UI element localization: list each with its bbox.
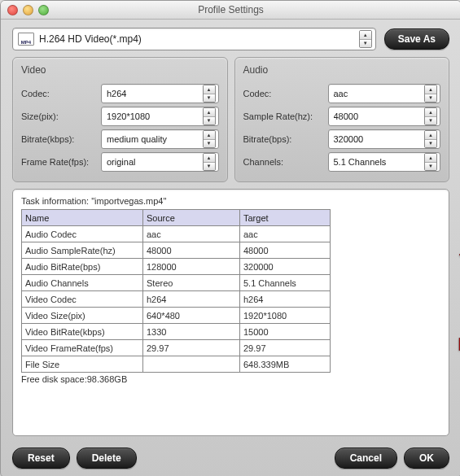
video-framerate-select[interactable]: original▲▼ (101, 152, 219, 172)
stepper-icon[interactable]: ▲▼ (203, 130, 216, 148)
footer-buttons: Reset Delete Cancel OK (1, 443, 460, 476)
free-disk-space: Free disk space:98.368GB (21, 374, 440, 384)
table-cell: 48000 (240, 242, 331, 259)
table-cell: aac (143, 226, 240, 242)
minimize-icon[interactable] (23, 5, 33, 15)
stepper-icon[interactable]: ▲▼ (424, 85, 437, 103)
task-info-header: Task information: "importvegas.mp4" (21, 196, 440, 206)
delete-button[interactable]: Delete (77, 448, 137, 469)
table-cell: Audio BitRate(bps) (22, 259, 143, 275)
traffic-lights (7, 5, 49, 15)
audio-codec-select[interactable]: aac▲▼ (328, 84, 441, 103)
table-cell: Stereo (143, 275, 240, 291)
ok-button[interactable]: OK (404, 448, 449, 469)
stepper-icon[interactable]: ▲▼ (424, 153, 437, 171)
table-row: Video FrameRate(fps)29.9729.97 (22, 340, 331, 356)
audio-codec-label: Codec: (243, 89, 323, 98)
table-cell: 29.97 (143, 340, 240, 356)
audio-channels-select[interactable]: 5.1 Channels▲▼ (328, 152, 441, 172)
table-cell: Video FrameRate(fps) (22, 340, 143, 356)
video-pane: Video Codec: h264▲▼ Size(pix): 1920*1080… (12, 57, 228, 182)
video-size-label: Size(pix): (21, 111, 96, 121)
video-codec-select[interactable]: h264▲▼ (101, 84, 219, 103)
stepper-icon[interactable]: ▲▼ (203, 107, 216, 125)
table-cell: Audio Codec (22, 226, 143, 242)
task-info-panel: Task information: "importvegas.mp4" Name… (12, 189, 449, 436)
audio-pane: Audio Codec: aac▲▼ Sample Rate(hz): 4800… (234, 57, 450, 182)
video-codec-label: Codec: (21, 89, 96, 98)
stepper-icon[interactable]: ▲▼ (424, 130, 437, 148)
profile-row: MP4 H.264 HD Video(*.mp4) ▲▼ Save As (12, 28, 449, 50)
audio-channels-label: Channels: (243, 157, 323, 167)
prev-arrow-button[interactable] (457, 247, 460, 263)
settings-panes: Video Codec: h264▲▼ Size(pix): 1920*1080… (12, 57, 449, 182)
table-row: Video Size(pix)640*4801920*1080 (22, 308, 331, 324)
table-cell: 648.339MB (240, 356, 331, 373)
table-cell: aac (240, 226, 331, 242)
table-cell: 15000 (240, 324, 331, 340)
table-cell: Video BitRate(kbps) (22, 324, 143, 340)
table-row: Video BitRate(kbps)133015000 (22, 324, 331, 340)
table-row: File Size648.339MB (22, 356, 331, 373)
table-cell: Video Codec (22, 291, 143, 308)
col-target: Target (240, 210, 331, 226)
table-cell: 5.1 Channels (240, 275, 331, 291)
table-cell: Audio SampleRate(hz) (22, 242, 143, 259)
col-name: Name (22, 210, 143, 226)
audio-samplerate-label: Sample Rate(hz): (243, 111, 323, 121)
table-cell: File Size (22, 356, 143, 373)
video-framerate-label: Frame Rate(fps): (21, 157, 96, 167)
table-cell: 128000 (143, 259, 240, 275)
table-cell: Audio Channels (22, 275, 143, 291)
window-title: Profile Settings (1, 4, 460, 15)
cancel-button[interactable]: Cancel (335, 448, 397, 469)
profile-settings-window: Profile Settings MP4 H.264 HD Video(*.mp… (0, 0, 460, 476)
table-cell: 320000 (240, 259, 331, 275)
table-row: Audio Codecaacaac (22, 226, 331, 242)
table-cell: Video Size(pix) (22, 308, 143, 324)
profile-stepper-icon[interactable]: ▲▼ (359, 30, 372, 48)
next-arrow-button[interactable] (457, 336, 460, 352)
table-row: Audio ChannelsStereo5.1 Channels (22, 275, 331, 291)
table-cell: h264 (143, 291, 240, 308)
audio-samplerate-select[interactable]: 48000▲▼ (328, 107, 441, 126)
table-row: Audio BitRate(bps)128000320000 (22, 259, 331, 275)
audio-pane-title: Audio (243, 64, 441, 76)
stepper-icon[interactable]: ▲▼ (203, 153, 216, 171)
save-as-button[interactable]: Save As (384, 28, 449, 50)
stepper-icon[interactable]: ▲▼ (424, 107, 437, 125)
task-info-table: Name Source Target Audio CodecaacaacAudi… (21, 209, 331, 373)
profile-select[interactable]: MP4 H.264 HD Video(*.mp4) ▲▼ (12, 28, 376, 50)
table-cell: 1330 (143, 324, 240, 340)
profile-select-value: H.264 HD Video(*.mp4) (39, 33, 356, 45)
titlebar: Profile Settings (1, 1, 460, 20)
table-cell: 29.97 (240, 340, 331, 356)
mp4-file-icon: MP4 (18, 33, 34, 46)
table-cell: 640*480 (143, 308, 240, 324)
table-cell: 1920*1080 (240, 308, 331, 324)
table-cell: 48000 (143, 242, 240, 259)
video-pane-title: Video (21, 64, 219, 76)
video-bitrate-select[interactable]: medium quality▲▼ (101, 129, 219, 149)
table-row: Video Codech264h264 (22, 291, 331, 308)
table-row: Audio SampleRate(hz)4800048000 (22, 242, 331, 259)
col-source: Source (143, 210, 240, 226)
reset-button[interactable]: Reset (12, 448, 70, 469)
table-cell (143, 356, 240, 373)
video-bitrate-label: Bitrate(kbps): (21, 134, 96, 144)
close-icon[interactable] (7, 5, 18, 15)
zoom-icon[interactable] (38, 5, 49, 15)
stepper-icon[interactable]: ▲▼ (203, 85, 216, 103)
table-cell: h264 (240, 291, 331, 308)
window-body: MP4 H.264 HD Video(*.mp4) ▲▼ Save As Vid… (1, 20, 460, 443)
video-size-select[interactable]: 1920*1080▲▼ (101, 107, 219, 126)
audio-bitrate-label: Bitrate(bps): (243, 134, 323, 144)
audio-bitrate-select[interactable]: 320000▲▼ (328, 129, 441, 149)
